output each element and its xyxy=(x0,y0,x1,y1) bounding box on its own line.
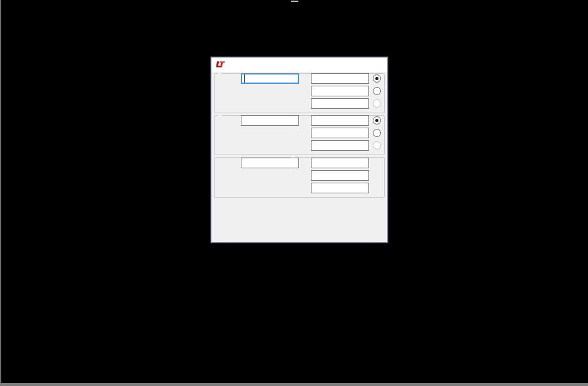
ltspice-plot-window: { "plot": { "title": "V(out)/I(l1)", "co… xyxy=(0,0,588,386)
cursor1-group-delay-radio[interactable] xyxy=(373,99,381,108)
window-bottom-edge xyxy=(0,383,588,386)
dialog-titlebar[interactable] xyxy=(211,58,387,72)
text-caret xyxy=(244,74,245,83)
ratio-freq-input[interactable] xyxy=(241,158,299,168)
cursor1-freq-input[interactable] xyxy=(241,73,299,84)
window-left-edge xyxy=(0,0,1,386)
cursor1-phase-input[interactable] xyxy=(311,86,369,96)
cursor1-mag-input[interactable] xyxy=(311,73,369,84)
ltspice-logo-icon xyxy=(216,61,225,69)
cursor1-phase-radio[interactable] xyxy=(373,87,381,95)
cursor1-mag-radio[interactable] xyxy=(373,74,381,83)
cursor-dialog xyxy=(211,57,388,243)
cursor2-mag-input[interactable] xyxy=(311,115,369,126)
cursor1-group xyxy=(214,73,385,113)
cursor1-group-delay-input[interactable] xyxy=(311,98,369,109)
cursor2-group xyxy=(214,115,385,155)
ratio-group-delay-input[interactable] xyxy=(311,183,369,193)
cursor2-freq-input[interactable] xyxy=(241,115,299,126)
cursor2-phase-radio[interactable] xyxy=(373,129,381,137)
cursor2-group-delay-input[interactable] xyxy=(311,140,369,151)
ratio-phase-input[interactable] xyxy=(311,170,369,181)
cursor2-mag-radio[interactable] xyxy=(373,116,381,124)
cursor2-phase-input[interactable] xyxy=(311,128,369,138)
cursor2-group-delay-radio[interactable] xyxy=(373,141,381,150)
ratio-group xyxy=(214,157,385,198)
ratio-mag-input[interactable] xyxy=(311,158,369,168)
trace-label[interactable] xyxy=(291,1,298,2)
